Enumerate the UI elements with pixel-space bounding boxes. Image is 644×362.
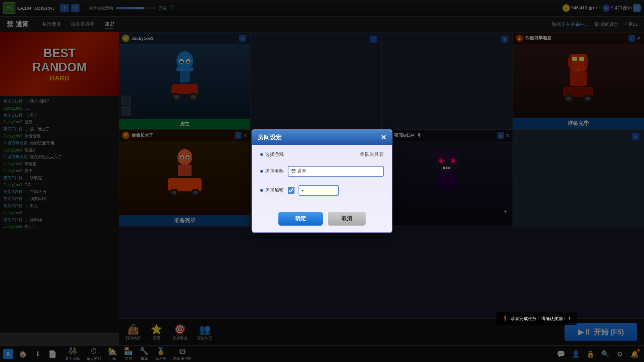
dialog-title: 房间设定	[258, 133, 282, 141]
dialog-divider-1	[260, 163, 384, 163]
room-name-input[interactable]	[288, 166, 384, 177]
password-input[interactable]	[299, 185, 339, 196]
cancel-button[interactable]: 取消	[328, 212, 366, 226]
toast-notification: ❗ 恭喜完成任务！请确认奖励～！	[496, 312, 577, 325]
dialog-close-button[interactable]: ✕	[381, 133, 386, 141]
dialog-game-row: 选择游戏 组队道具赛	[260, 152, 384, 158]
dialog-overlay: 房间设定 ✕ 选择游戏 组队道具赛 房间名称	[0, 0, 644, 362]
dialog-password-label: 房间加密	[260, 187, 284, 193]
dialog-game-type: 组队道具赛	[360, 152, 384, 158]
dialog-footer: 确定 取消	[252, 208, 392, 232]
dialog-game-label: 选择游戏	[260, 152, 284, 158]
bullet-icon-2	[260, 170, 263, 173]
toast-icon: ❗	[502, 315, 508, 322]
room-settings-dialog: 房间设定 ✕ 选择游戏 组队道具赛 房间名称	[252, 129, 392, 233]
bullet-icon-3	[260, 189, 263, 192]
dialog-divider-2	[260, 182, 384, 182]
dialog-room-name-label: 房间名称	[260, 168, 284, 174]
toast-message: 恭喜完成任务！请确认奖励～！	[511, 316, 572, 322]
dialog-body: 选择游戏 组队道具赛 房间名称 房间加密	[252, 145, 392, 208]
password-checkbox[interactable]	[288, 187, 294, 194]
dialog-header: 房间设定 ✕	[252, 130, 392, 145]
dialog-name-row: 房间名称	[260, 166, 384, 177]
confirm-button[interactable]: 确定	[278, 212, 323, 226]
dialog-password-row: 房间加密	[260, 185, 384, 196]
bullet-icon-1	[260, 153, 263, 156]
